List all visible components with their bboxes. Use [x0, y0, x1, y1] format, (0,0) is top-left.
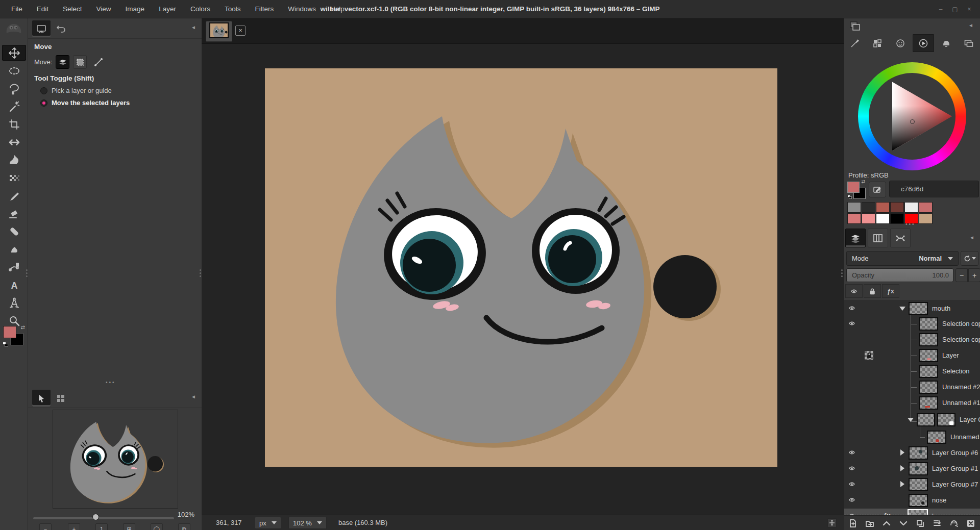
layer-thumbnail[interactable] [919, 349, 938, 362]
image-tab[interactable] [206, 21, 232, 42]
dock-drag-grip[interactable] [200, 269, 201, 277]
gradient-tool-button[interactable] [2, 170, 26, 186]
zoom-dropdown[interactable]: 102 % [288, 517, 327, 529]
menu-file[interactable]: File [4, 0, 30, 18]
zoom-in-button[interactable]: + [68, 523, 80, 530]
color-triangle[interactable] [858, 62, 966, 170]
layer-mask-thumbnail[interactable] [937, 413, 955, 426]
layer-row-selection[interactable]: Selection [844, 364, 980, 379]
lock-header-button[interactable] [864, 284, 881, 298]
swap-colors-icon[interactable]: ⇄ [861, 179, 865, 184]
navigation-preview[interactable] [53, 410, 178, 508]
menu-view[interactable]: View [89, 0, 118, 18]
dock-drag-grip[interactable] [26, 269, 28, 277]
layer-thumbnail[interactable] [908, 509, 928, 515]
maximize-button[interactable]: ▢ [951, 6, 959, 13]
visibility-eye-icon[interactable] [848, 465, 855, 471]
tab-images[interactable] [958, 34, 979, 52]
tab-pointer[interactable] [32, 390, 51, 407]
new-layer-button[interactable] [846, 517, 860, 529]
layer-row-mouth[interactable]: mouth [844, 301, 980, 316]
dock-fg-bg-colors[interactable]: ⇄ [847, 181, 867, 199]
menu-tools[interactable]: Tools [217, 0, 248, 18]
layer-row-selection-copy-1[interactable]: Selection copy [844, 316, 980, 332]
merge-down-button[interactable] [930, 517, 944, 529]
dock-resize-handle[interactable]: ••• [106, 380, 116, 385]
menu-colors[interactable]: Colors [183, 0, 217, 18]
zoom-fill-button[interactable]: ◯ [151, 523, 163, 530]
ellipse-select-tool-button[interactable] [2, 63, 26, 79]
layer-group-thumbnail[interactable] [917, 413, 935, 426]
zoom-1to1-button[interactable]: 1 [95, 523, 108, 530]
layer-row-unnamed-19[interactable]: Unnamed #19 [844, 395, 980, 411]
opacity-slider[interactable]: Opacity 100.0 [846, 268, 953, 282]
fuzzy-select-tool-button[interactable] [2, 98, 26, 114]
effects-header-button[interactable]: ƒx [882, 284, 899, 298]
tab-paths[interactable] [890, 229, 911, 247]
move-tool-button[interactable] [2, 45, 26, 61]
layer-row-layer-group[interactable]: Layer Gr [844, 412, 980, 427]
palette-swatch[interactable] [862, 202, 875, 213]
image-tab-close-button[interactable]: × [235, 26, 246, 36]
menu-select[interactable]: Select [56, 0, 89, 18]
navigation-menu-button[interactable]: ◄ [189, 393, 198, 401]
layer-thumbnail[interactable] [909, 494, 928, 507]
dock-drag-grip[interactable] [841, 269, 843, 277]
layer-row-layer-group-7[interactable]: Layer Group #7 [844, 477, 980, 492]
default-colors-icon[interactable] [847, 195, 852, 199]
expander-closed-icon[interactable] [900, 481, 904, 487]
visibility-eye-icon[interactable] [848, 497, 855, 503]
visibility-eye-icon[interactable] [848, 305, 855, 311]
layer-row-layer-group-6[interactable]: Layer Group #6 [844, 445, 980, 461]
transform-tool-button[interactable] [2, 134, 26, 150]
crop-tool-button[interactable] [2, 116, 26, 132]
move-path-mode-button[interactable] [91, 55, 105, 69]
palette-swatch[interactable] [904, 202, 918, 213]
expander-open-icon[interactable] [908, 418, 914, 422]
visibility-header-button[interactable] [845, 284, 863, 298]
move-layer-mode-button[interactable] [56, 55, 69, 69]
wilber-edit-button[interactable] [947, 517, 961, 529]
tab-channels[interactable] [868, 229, 888, 247]
dock-menu-button[interactable]: ◄ [967, 21, 975, 30]
paintbrush-tool-button[interactable] [2, 188, 26, 204]
canvas-image[interactable] [265, 68, 777, 467]
hex-color-input[interactable] [889, 181, 979, 197]
smudge-tool-button[interactable] [2, 241, 26, 257]
visibility-eye-icon[interactable] [848, 481, 855, 487]
zoom-slider-handle[interactable] [92, 514, 99, 520]
text-tool-button[interactable]: A [2, 277, 26, 293]
canvas-navigation-button[interactable] [827, 518, 837, 527]
menu-edit[interactable]: Edit [30, 0, 56, 18]
layer-thumbnail[interactable] [909, 446, 928, 460]
expander-closed-icon[interactable] [900, 465, 904, 471]
layer-effects-badge[interactable]: ƒx [883, 512, 890, 515]
edit-color-button[interactable] [869, 182, 886, 197]
color-wheel[interactable] [858, 62, 966, 170]
palette-swatch[interactable] [847, 202, 861, 213]
visibility-eye-icon[interactable] [848, 320, 855, 326]
pick-layer-option[interactable]: Pick a layer or guide [40, 87, 112, 94]
layer-row-unnamed-child[interactable]: Unnamed # [844, 430, 980, 445]
expander-open-icon[interactable] [899, 307, 905, 311]
layer-thumbnail[interactable] [919, 317, 938, 331]
layer-thumbnail[interactable] [909, 302, 928, 315]
delete-layer-button[interactable] [964, 517, 977, 529]
menu-windows[interactable]: Windows [281, 0, 323, 18]
eraser-tool-button[interactable] [2, 206, 26, 221]
zoom-fit-button[interactable]: ⊞ [123, 523, 135, 530]
zoom-slider-track[interactable] [33, 517, 174, 519]
layer-thumbnail[interactable] [927, 431, 946, 444]
opacity-decrease-button[interactable]: − [955, 268, 968, 282]
lock-content-icon[interactable] [865, 351, 873, 360]
palette-swatch[interactable] [919, 213, 933, 224]
dock-menu-button[interactable]: ◄ [189, 23, 198, 32]
layer-thumbnail[interactable] [919, 381, 938, 394]
palette-swatch[interactable] [847, 213, 861, 224]
move-selection-mode-button[interactable] [73, 55, 87, 69]
palette-swatch[interactable] [919, 202, 933, 213]
clone-tool-button[interactable] [2, 223, 26, 239]
layer-row-unnamed-2[interactable]: Unnamed #2 [844, 380, 980, 395]
dock-resize-handle[interactable]: ••• [905, 221, 916, 227]
unit-dropdown[interactable]: px [255, 517, 281, 529]
